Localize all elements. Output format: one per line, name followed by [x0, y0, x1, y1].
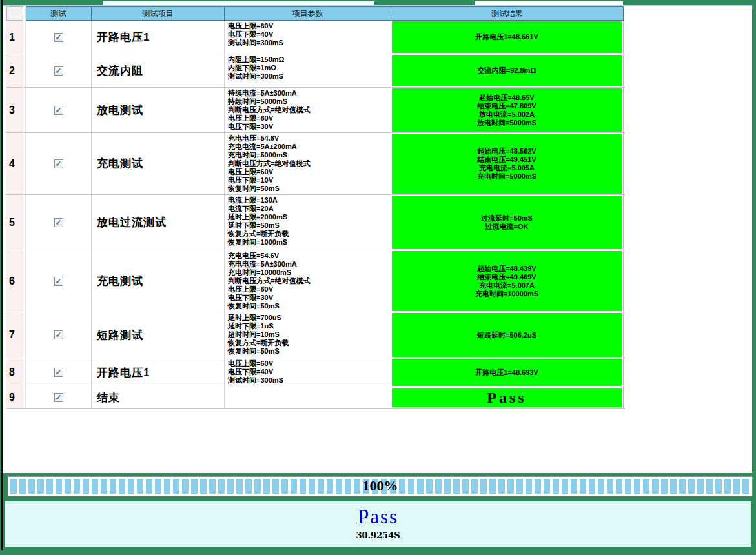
result-value: 开路电压1=48.661V	[392, 21, 622, 53]
row-number[interactable]: 9	[6, 387, 23, 408]
test-parameters: 持续电流=5A±300mA 持续时间=5000mS 判断电压方式=绝对值模式 电…	[225, 88, 391, 132]
test-checkbox-cell: ✓	[26, 195, 92, 250]
test-checkbox-cell: ✓	[26, 21, 92, 54]
table-row: 6 ✓ 充电测试 充电电压=54.6V 充电电流=5A±300mA 充电时间=1…	[6, 250, 625, 312]
test-table-area: 测试 测试项目 项目参数 测试结果 1 ✓ 开路电压1 电压上限=60V 电压下…	[3, 5, 752, 473]
result-value: 过流延时=50mS 过流电流=OK	[392, 196, 622, 249]
row-number[interactable]: 1	[6, 21, 23, 54]
elapsed-time-text: 30.9254S	[5, 530, 751, 540]
checkbox-checked-icon[interactable]: ✓	[54, 106, 63, 115]
table-row: 2 ✓ 交流内阻 内阻上限=150mΩ 内阻下限=1mΩ 测试时间=300mS …	[6, 54, 625, 88]
test-item-name: 放电测试	[92, 88, 225, 132]
test-parameters: 充电电压=54.6V 充电电流=5A±300mA 充电时间=10000mS 判断…	[225, 250, 391, 312]
test-checkbox-cell: ✓	[26, 133, 92, 194]
table-row: 5 ✓ 放电过流测试 电流上限=130A 电流下限=20A 延时上限=2000m…	[6, 195, 625, 250]
table-row: 4 ✓ 充电测试 充电电压=54.6V 充电电流=5A±200mA 充电时间=5…	[6, 133, 625, 195]
table-row: 1 ✓ 开路电压1 电压上限=60V 电压下限=40V 测试时间=300mS 开…	[6, 21, 625, 54]
test-parameters: 电压上限=60V 电压下限=40V 测试时间=300mS	[225, 21, 391, 54]
test-parameters	[225, 387, 391, 408]
checkbox-checked-icon[interactable]: ✓	[54, 66, 63, 76]
checkbox-checked-icon[interactable]: ✓	[54, 33, 63, 42]
test-result-cell: 开路电压1=48.661V	[391, 21, 624, 54]
test-parameters: 内阻上限=150mΩ 内阻下限=1mΩ 测试时间=300mS	[225, 54, 391, 87]
test-checkbox-cell: ✓	[26, 88, 92, 132]
table-row: 3 ✓ 放电测试 持续电流=5A±300mA 持续时间=5000mS 判断电压方…	[6, 88, 625, 133]
test-parameters: 电流上限=130A 电流下限=20A 延时上限=2000mS 延时下限=50mS…	[225, 195, 391, 250]
row-number[interactable]: 6	[6, 250, 23, 312]
column-header-item: 测试项目	[92, 6, 225, 21]
checkbox-checked-icon[interactable]: ✓	[54, 218, 63, 227]
row-number[interactable]: 5	[6, 195, 23, 250]
test-item-name: 开路电压1	[92, 21, 225, 54]
test-parameters: 电压上限=60V 电压下限=40V 测试时间=300mS	[225, 358, 391, 387]
test-item-name: 结束	[92, 387, 225, 408]
test-result-cell: 起始电压=48.439V 结束电压=49.469V 充电电流=5.007A 充电…	[391, 250, 624, 312]
test-result-cell: 开路电压1=48.693V	[391, 358, 624, 387]
overall-result-text: Pass	[5, 505, 751, 529]
test-checkbox-cell: ✓	[26, 54, 92, 87]
table-row: 8 ✓ 开路电压1 电压上限=60V 电压下限=40V 测试时间=300mS 开…	[6, 358, 625, 387]
table-row: 9 ✓ 结束 Pass	[6, 387, 625, 409]
test-item-name: 交流内阻	[92, 54, 225, 87]
checkbox-checked-icon[interactable]: ✓	[54, 368, 63, 377]
column-header-result: 测试结果	[391, 6, 624, 21]
test-result-cell: 交流内阻=92.8mΩ	[391, 54, 624, 87]
test-result-cell: 起始电压=48.65V 结束电压=47.809V 放电电流=5.002A 放电时…	[391, 88, 624, 132]
test-parameters: 充电电压=54.6V 充电电流=5A±200mA 充电时间=5000mS 判断电…	[225, 133, 391, 194]
column-header-test: 测试	[26, 6, 92, 21]
result-value: 起始电压=48.65V 结束电压=47.809V 放电电流=5.002A 放电时…	[392, 88, 622, 132]
test-item-name: 充电测试	[92, 250, 225, 312]
row-number[interactable]: 4	[6, 133, 23, 194]
test-item-name: 开路电压1	[92, 358, 225, 387]
test-result-cell: 过流延时=50mS 过流电流=OK	[391, 195, 624, 250]
test-result-cell: 短路延时=506.2uS	[391, 312, 624, 358]
test-checkbox-cell: ✓	[26, 312, 92, 358]
result-pass-value: Pass	[392, 388, 622, 407]
test-checkbox-cell: ✓	[26, 250, 92, 312]
test-checkbox-cell: ✓	[26, 358, 92, 387]
column-header-params: 项目参数	[225, 6, 391, 21]
progress-bar: 100%	[8, 476, 753, 496]
test-item-name: 放电过流测试	[92, 195, 225, 250]
test-sequence-table: 测试 测试项目 项目参数 测试结果 1 ✓ 开路电压1 电压上限=60V 电压下…	[6, 6, 625, 409]
test-parameters: 延时上限=700uS 延时下限=1uS 超时时间=10mS 恢复方式=断开负载 …	[225, 312, 391, 358]
checkbox-checked-icon[interactable]: ✓	[54, 393, 63, 402]
result-value: 短路延时=506.2uS	[392, 313, 622, 357]
test-item-name: 短路测试	[92, 312, 225, 358]
table-corner-cell	[6, 6, 23, 21]
test-item-name: 充电测试	[92, 133, 225, 194]
row-number[interactable]: 2	[6, 54, 23, 87]
test-result-cell: Pass	[391, 387, 624, 408]
row-number[interactable]: 7	[6, 312, 23, 358]
row-number[interactable]: 8	[6, 358, 23, 387]
result-value: 起始电压=48.439V 结束电压=49.469V 充电电流=5.007A 充电…	[392, 251, 622, 311]
checkbox-checked-icon[interactable]: ✓	[54, 330, 63, 339]
table-row: 7 ✓ 短路测试 延时上限=700uS 延时下限=1uS 超时时间=10mS 恢…	[6, 312, 625, 358]
result-value: 开路电压1=48.693V	[392, 359, 622, 386]
progress-percentage: 100%	[8, 478, 752, 494]
result-value: 起始电压=48.562V 结束电压=49.451V 充电电流=5.005A 充电…	[392, 134, 622, 194]
checkbox-checked-icon[interactable]: ✓	[54, 159, 63, 168]
status-panel: Pass 30.9254S	[5, 501, 751, 547]
test-checkbox-cell: ✓	[26, 387, 92, 408]
result-value: 交流内阻=92.8mΩ	[392, 55, 622, 86]
test-result-cell: 起始电压=48.562V 结束电压=49.451V 充电电流=5.005A 充电…	[391, 133, 624, 194]
checkbox-checked-icon[interactable]: ✓	[54, 277, 63, 286]
row-number[interactable]: 3	[6, 88, 23, 132]
table-header-row: 测试 测试项目 项目参数 测试结果	[6, 6, 625, 21]
